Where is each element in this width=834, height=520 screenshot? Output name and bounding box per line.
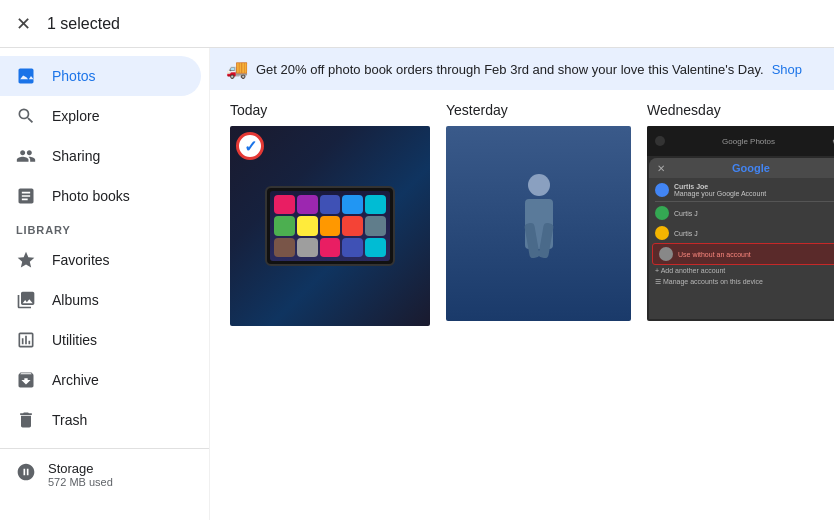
sidebar-item-archive-label: Archive [52,372,99,388]
wednesday-section: Wednesday Google Photos ⚙ ✕ [647,102,834,321]
utilities-icon [16,330,36,350]
promo-banner: 🚚 Get 20% off photo book orders through … [210,48,834,90]
today-section: Today [230,102,430,326]
sidebar-item-albums[interactable]: Albums [0,280,201,320]
storage-item[interactable]: Storage 572 MB used [16,461,193,488]
archive-icon [16,370,36,390]
sidebar-item-utilities[interactable]: Utilities [0,320,201,360]
phone-header: Google Photos ⚙ [647,126,834,156]
photo-sections: Today [210,90,834,338]
account-row-1: Curtis J [649,203,834,223]
content-area: 🚚 Get 20% off photo book orders through … [210,48,834,520]
sidebar-item-sharing[interactable]: Sharing [0,136,201,176]
main-layout: Photos Explore Sharing Photo books LIBRA… [0,48,834,520]
manage-devices-row: ☰ Manage accounts on this device [649,276,834,288]
sidebar-item-explore[interactable]: Explore [0,96,201,136]
manage-account-row: Curtis Joe Manage your Google Account [649,180,834,200]
selection-count: 1 selected [47,15,120,33]
today-label: Today [230,102,430,118]
sidebar-item-photobooks-label: Photo books [52,188,130,204]
sidebar-item-utilities-label: Utilities [52,332,97,348]
wednesday-photo[interactable]: Google Photos ⚙ ✕ Google [647,126,834,321]
favorites-icon [16,250,36,270]
sharing-icon [16,146,36,166]
albums-icon [16,290,36,310]
sidebar-item-favorites[interactable]: Favorites [0,240,201,280]
sidebar-item-explore-label: Explore [52,108,99,124]
sidebar-item-trash[interactable]: Trash [0,400,201,440]
checkmark-icon: ✓ [244,137,257,156]
sidebar-item-albums-label: Albums [52,292,99,308]
promo-link[interactable]: Shop [772,62,802,77]
today-photo[interactable]: ✓ [230,126,430,326]
storage-label: Storage [48,461,113,476]
selection-indicator: ✓ [236,132,264,160]
account-list: Curtis Joe Manage your Google Account Cu… [649,178,834,290]
top-bar: ✕ 1 selected [0,0,834,48]
sidebar: Photos Explore Sharing Photo books LIBRA… [0,48,210,520]
trash-icon [16,410,36,430]
delivery-icon: 🚚 [226,58,248,80]
close-button[interactable]: ✕ [16,13,31,35]
sidebar-item-photos-label: Photos [52,68,96,84]
sidebar-item-photos[interactable]: Photos [0,56,201,96]
sidebar-item-trash-label: Trash [52,412,87,428]
storage-section[interactable]: Storage 572 MB used [0,448,209,500]
photobooks-icon [16,186,36,206]
storage-icon [16,462,36,487]
google-logo: Google [732,162,770,174]
yesterday-label: Yesterday [446,102,631,118]
use-without-account-row[interactable]: Use without an account [652,243,834,265]
promo-text: Get 20% off photo book orders through Fe… [256,62,764,77]
account-row-2: Curtis J [649,223,834,243]
wednesday-label: Wednesday [647,102,834,118]
yesterday-photo[interactable] [446,126,631,321]
library-header: LIBRARY [0,216,209,240]
explore-icon [16,106,36,126]
add-account-row: + Add another account [649,265,834,276]
storage-used: 572 MB used [48,476,113,488]
google-panel: ✕ Google Curtis Joe Manage your Google A… [649,158,834,319]
sidebar-item-photobooks[interactable]: Photo books [0,176,201,216]
panel-close-icon: ✕ [657,163,665,174]
yesterday-section: Yesterday [446,102,631,321]
sidebar-item-favorites-label: Favorites [52,252,110,268]
sidebar-item-sharing-label: Sharing [52,148,100,164]
sidebar-item-archive[interactable]: Archive [0,360,201,400]
photos-icon [16,66,36,86]
